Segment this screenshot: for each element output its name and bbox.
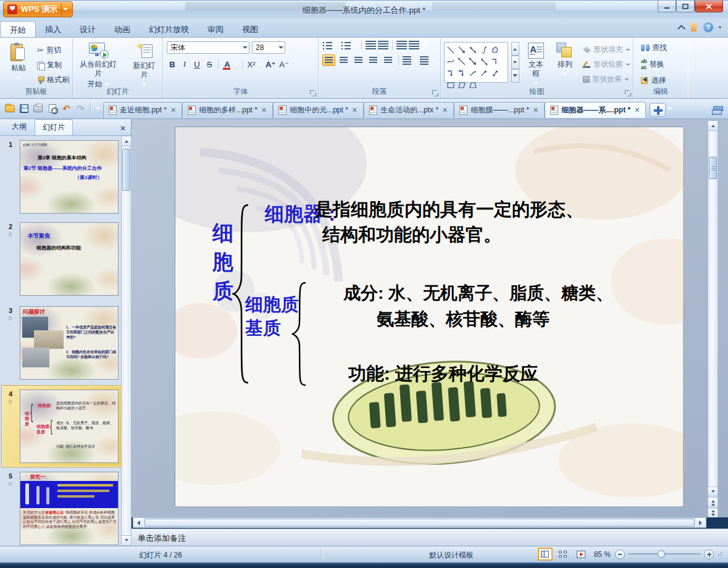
- minimize-button[interactable]: [658, 1, 676, 12]
- open-button[interactable]: [2, 101, 17, 116]
- bold-button[interactable]: B: [167, 59, 178, 70]
- chevron-down-icon[interactable]: [334, 44, 339, 49]
- chevron-down-icon[interactable]: [413, 59, 418, 64]
- chevron-down-icon[interactable]: [421, 44, 426, 49]
- slideshow-button[interactable]: [574, 548, 588, 561]
- strikethrough-button[interactable]: S: [204, 59, 215, 70]
- close-tab-icon[interactable]: ✕: [441, 106, 448, 114]
- align-left-button[interactable]: [322, 54, 335, 66]
- find-button[interactable]: 查找: [638, 41, 688, 54]
- close-tab-icon[interactable]: ✕: [261, 106, 267, 114]
- slide-sorter-button[interactable]: [556, 548, 571, 561]
- shape-double-arrow-icon[interactable]: [467, 44, 479, 56]
- shape-double-arrow2-icon[interactable]: [479, 56, 490, 67]
- shapes-scroll-up-button[interactable]: [511, 42, 519, 56]
- thumbnail-slide-1[interactable]: 必修1 分子与细胞 第3章 细胞的基本结构 第2节 细胞器——系统内的分工合作 …: [20, 140, 119, 214]
- panel-scroll-up-button[interactable]: [122, 136, 131, 146]
- tab-animation[interactable]: 动画: [105, 21, 140, 37]
- shape-arrow-icon[interactable]: [456, 44, 467, 56]
- close-tab-icon[interactable]: ✕: [634, 106, 640, 114]
- line-spacing-options-icon[interactable]: [403, 56, 411, 65]
- thumbnail-slide-5[interactable]: 探究一: 常用的方法是差速离心法: 将细胞破坏后,形成由各种细胞器和细胞质基质组…: [20, 472, 119, 545]
- chevron-down-icon[interactable]: [234, 63, 239, 68]
- scroll-down-button[interactable]: [708, 487, 718, 496]
- shape-elbow-icon[interactable]: [490, 56, 501, 67]
- slide-canvas[interactable]: 细胞质 细胞器： 是指细胞质内的具有一定的形态、 结构和功能的小器官。 细胞质 …: [175, 127, 682, 506]
- resize-grip[interactable]: [717, 552, 722, 557]
- distribute-button[interactable]: [382, 54, 395, 66]
- slide-edit-area[interactable]: 细胞质 细胞器： 是指细胞质内的具有一定的形态、 结构和功能的小器官。 细胞质 …: [132, 119, 728, 517]
- print-preview-button[interactable]: [45, 101, 59, 116]
- shape-scribble-icon[interactable]: [445, 56, 456, 67]
- maximize-button[interactable]: [676, 1, 695, 12]
- select-button[interactable]: 选择: [638, 74, 688, 87]
- copy-button[interactable]: 复制: [35, 59, 72, 72]
- new-tab-dropdown[interactable]: [666, 101, 674, 116]
- close-tab-icon[interactable]: ✕: [532, 106, 539, 114]
- tab-outline[interactable]: 大纲: [4, 119, 35, 135]
- font-dialog-launcher[interactable]: [310, 90, 316, 96]
- chevron-down-icon[interactable]: [353, 44, 358, 49]
- next-slide-button[interactable]: [708, 508, 718, 517]
- paragraph-dialog-launcher[interactable]: [432, 90, 438, 96]
- tab-review[interactable]: 审阅: [198, 21, 233, 37]
- matrix-label[interactable]: 细胞质 基质: [245, 293, 299, 340]
- font-family-select[interactable]: 宋体: [167, 41, 249, 54]
- font-color-button[interactable]: A: [222, 59, 233, 70]
- scroll-right-button[interactable]: [696, 518, 706, 527]
- shape-line-icon[interactable]: [445, 44, 456, 56]
- organelle-definition[interactable]: 是指细胞质内的具有一定的形态、 结构和功能的小器官。: [315, 197, 584, 248]
- bullets-icon[interactable]: [322, 41, 332, 49]
- notes-pane[interactable]: 单击添加备注: [132, 528, 728, 546]
- previous-slide-button[interactable]: [708, 497, 718, 507]
- shape-arrow2-icon[interactable]: [467, 56, 479, 67]
- zoom-out-button[interactable]: [615, 549, 625, 559]
- shape-freeform-icon[interactable]: [490, 44, 501, 56]
- tab-design[interactable]: 设计: [70, 21, 105, 37]
- zoom-in-button[interactable]: [704, 549, 714, 559]
- document-tab[interactable]: 细胞膜——...ppt *✕: [454, 102, 545, 118]
- text-align-options-icon[interactable]: [420, 56, 429, 65]
- grow-font-button[interactable]: A⁺: [264, 59, 277, 70]
- shapes-more-button[interactable]: [511, 69, 519, 83]
- numbering-icon[interactable]: [341, 41, 351, 49]
- align-center-button[interactable]: [337, 54, 350, 66]
- toolbar-options-button[interactable]: [93, 101, 103, 116]
- chevron-down-icon[interactable]: [718, 27, 722, 30]
- document-tab[interactable]: 走近细胞.ppt *✕: [103, 102, 182, 118]
- shape-fill-button[interactable]: 形状填充: [580, 43, 633, 56]
- window-list-icon[interactable]: [712, 106, 723, 115]
- shape-curved-double-icon[interactable]: [490, 67, 501, 79]
- shape-curve-icon[interactable]: [479, 44, 490, 56]
- document-tab[interactable]: 生命活动的...ptx *✕: [364, 102, 454, 118]
- help-icon[interactable]: ?: [703, 22, 713, 32]
- function-line[interactable]: 功能: 进行多种化学反应: [348, 362, 538, 386]
- print-button[interactable]: [31, 101, 45, 116]
- scroll-up-button[interactable]: [708, 121, 718, 131]
- tab-view[interactable]: 视图: [233, 21, 267, 37]
- superscript-button[interactable]: X²: [246, 59, 257, 70]
- tab-slides[interactable]: 幻灯片: [35, 119, 73, 135]
- composition-line1[interactable]: 成分: 水、无机离子、脂质、糖类、: [343, 282, 613, 305]
- chevron-down-icon[interactable]: [258, 63, 263, 68]
- chevron-down-icon[interactable]: [430, 59, 435, 64]
- close-tab-icon[interactable]: ✕: [170, 106, 177, 114]
- vertical-scrollbar-thumb[interactable]: [709, 157, 717, 179]
- shape-outline-button[interactable]: 形状轮廓: [580, 58, 633, 71]
- format-painter-button[interactable]: 格式刷: [35, 73, 72, 86]
- text-direction-icon[interactable]: [409, 41, 419, 49]
- panel-scrollbar[interactable]: [121, 136, 132, 546]
- document-tab-active[interactable]: 细胞器——系....ppt *✕: [545, 102, 646, 118]
- wps-vip-icon[interactable]: [689, 23, 698, 31]
- replace-button[interactable]: abac替换: [638, 57, 688, 72]
- shape-curved-connector-icon[interactable]: [467, 67, 479, 79]
- new-document-tab-button[interactable]: [650, 103, 666, 117]
- shapes-gallery[interactable]: [444, 42, 508, 83]
- scroll-left-button[interactable]: [133, 518, 143, 527]
- shape-elbow-double-icon[interactable]: [456, 67, 467, 79]
- cytoplasm-vertical-label[interactable]: 细胞质: [211, 219, 235, 306]
- align-right-button[interactable]: [352, 54, 365, 66]
- app-menu-button[interactable]: WPS 演示: [3, 1, 73, 17]
- justify-button[interactable]: [367, 54, 380, 66]
- tab-insert[interactable]: 插入: [36, 21, 70, 37]
